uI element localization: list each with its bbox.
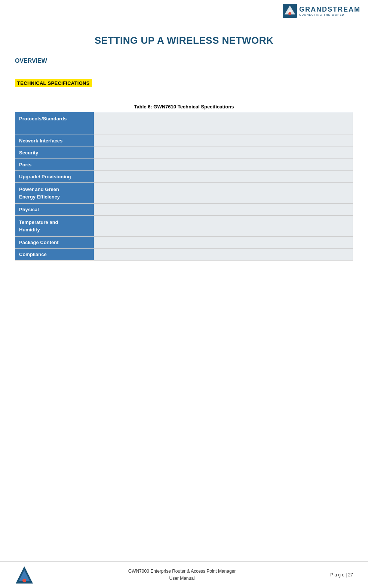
- logo-main-text: GRANDSTREAM: [299, 6, 361, 13]
- tech-spec-heading: TECHNICAL SPECIFICATIONS: [15, 79, 92, 87]
- row-value-6: [94, 204, 353, 216]
- specs-table: Protocols/StandardsNetwork InterfacesSec…: [15, 112, 353, 261]
- table-row: Package Content: [15, 237, 353, 249]
- overview-heading: OVERVIEW: [15, 58, 353, 64]
- row-value-2: [94, 147, 353, 159]
- table-row: Power and GreenEnergy Efficiency: [15, 183, 353, 204]
- row-value-1: [94, 135, 353, 147]
- footer-center-text: GWN7000 Enterprise Router & Access Point…: [34, 568, 330, 582]
- row-value-4: [94, 171, 353, 183]
- table-row: Temperature andHumidity: [15, 216, 353, 237]
- table-row: Ports: [15, 159, 353, 171]
- row-value-8: [94, 237, 353, 249]
- svg-point-2: [288, 12, 291, 15]
- row-label-0: Protocols/Standards: [15, 112, 94, 135]
- logo-sub-text: CONNECTING THE WORLD: [299, 13, 361, 16]
- table-row: Physical: [15, 204, 353, 216]
- row-label-5: Power and GreenEnergy Efficiency: [15, 183, 94, 204]
- row-label-2: Security: [15, 147, 94, 159]
- table-row: Network Interfaces: [15, 135, 353, 147]
- footer-page-number: P a g e | 27: [330, 572, 353, 578]
- row-label-4: Upgrade/ Provisioning: [15, 171, 94, 183]
- row-label-6: Physical: [15, 204, 94, 216]
- table-caption: Table 6: GWN7610 Technical Specification…: [15, 104, 353, 110]
- row-value-3: [94, 159, 353, 171]
- footer-line1: GWN7000 Enterprise Router & Access Point…: [34, 568, 330, 575]
- row-value-7: [94, 216, 353, 237]
- table-row: Security: [15, 147, 353, 159]
- row-label-8: Package Content: [15, 237, 94, 249]
- row-label-1: Network Interfaces: [15, 135, 94, 147]
- row-value-0: [94, 112, 353, 135]
- logo-text-block: GRANDSTREAM CONNECTING THE WORLD: [299, 6, 361, 16]
- header-logo-area: GS GRANDSTREAM CONNECTING THE WORLD: [0, 0, 368, 20]
- table-row: Upgrade/ Provisioning: [15, 171, 353, 183]
- logo-box: GS GRANDSTREAM CONNECTING THE WORLD: [283, 4, 361, 18]
- row-value-9: [94, 249, 353, 261]
- row-label-3: Ports: [15, 159, 94, 171]
- svg-text:GS: GS: [288, 9, 292, 12]
- page-content: SETTING UP A WIRELESS NETWORK OVERVIEW T…: [0, 20, 368, 290]
- footer-logo-icon: [15, 566, 34, 584]
- footer-line2: User Manual: [34, 575, 330, 582]
- svg-point-6: [22, 579, 26, 582]
- grandstream-logo-icon: GS: [283, 4, 297, 18]
- table-row: Protocols/Standards: [15, 112, 353, 135]
- row-label-7: Temperature andHumidity: [15, 216, 94, 237]
- table-row: Compliance: [15, 249, 353, 261]
- footer: GWN7000 Enterprise Router & Access Point…: [0, 561, 368, 588]
- row-value-5: [94, 183, 353, 204]
- page-title: SETTING UP A WIRELESS NETWORK: [15, 35, 353, 46]
- footer-logo-area: [15, 566, 34, 584]
- row-label-9: Compliance: [15, 249, 94, 261]
